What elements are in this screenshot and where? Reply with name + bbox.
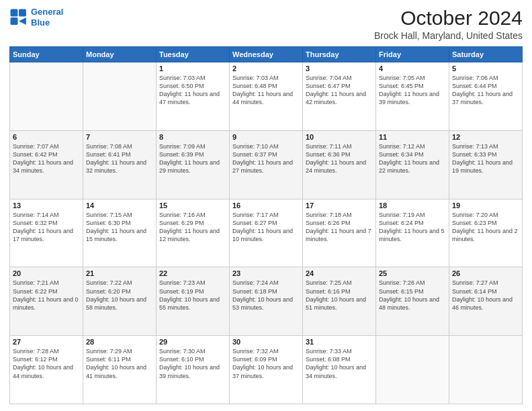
day-info: Sunrise: 7:24 AMSunset: 6:18 PMDaylight:… <box>232 279 300 312</box>
day-info: Sunrise: 7:18 AMSunset: 6:26 PMDaylight:… <box>306 211 373 244</box>
logo-text: General Blue <box>31 7 63 28</box>
calendar-cell: 11Sunrise: 7:12 AMSunset: 6:34 PMDayligh… <box>376 130 449 199</box>
day-info: Sunrise: 7:03 AMSunset: 6:48 PMDaylight:… <box>232 74 300 107</box>
calendar-cell: 29Sunrise: 7:30 AMSunset: 6:10 PMDayligh… <box>157 336 230 404</box>
day-info: Sunrise: 7:17 AMSunset: 6:27 PMDaylight:… <box>232 211 300 244</box>
day-number: 21 <box>86 269 153 277</box>
calendar-week-row: 27Sunrise: 7:28 AMSunset: 6:12 PMDayligh… <box>10 336 523 404</box>
header-cell-friday: Friday <box>376 47 449 62</box>
calendar-cell: 10Sunrise: 7:11 AMSunset: 6:36 PMDayligh… <box>303 130 376 199</box>
calendar-cell: 5Sunrise: 7:06 AMSunset: 6:44 PMDaylight… <box>449 62 523 131</box>
calendar-cell: 8Sunrise: 7:09 AMSunset: 6:39 PMDaylight… <box>157 130 230 199</box>
day-info: Sunrise: 7:13 AMSunset: 6:33 PMDaylight:… <box>452 142 519 175</box>
day-info: Sunrise: 7:28 AMSunset: 6:12 PMDaylight:… <box>13 347 80 380</box>
svg-rect-2 <box>11 17 18 25</box>
day-number: 25 <box>379 269 446 277</box>
calendar-cell: 13Sunrise: 7:14 AMSunset: 6:32 PMDayligh… <box>10 199 83 267</box>
calendar-cell: 24Sunrise: 7:25 AMSunset: 6:16 PMDayligh… <box>303 267 376 336</box>
calendar-page: General Blue October 2024 Brock Hall, Ma… <box>0 0 532 411</box>
logo: General Blue <box>9 7 63 28</box>
calendar-week-row: 13Sunrise: 7:14 AMSunset: 6:32 PMDayligh… <box>10 199 523 267</box>
calendar-cell: 2Sunrise: 7:03 AMSunset: 6:48 PMDaylight… <box>230 62 303 131</box>
day-number: 19 <box>452 201 519 210</box>
calendar-cell <box>449 336 523 404</box>
header-cell-saturday: Saturday <box>449 47 523 62</box>
calendar-cell: 28Sunrise: 7:29 AMSunset: 6:11 PMDayligh… <box>83 336 157 404</box>
calendar-table: SundayMondayTuesdayWednesdayThursdayFrid… <box>9 46 523 404</box>
day-number: 10 <box>306 133 373 141</box>
calendar-cell: 7Sunrise: 7:08 AMSunset: 6:41 PMDaylight… <box>83 130 157 199</box>
svg-rect-1 <box>19 9 26 16</box>
day-info: Sunrise: 7:32 AMSunset: 6:09 PMDaylight:… <box>232 347 300 380</box>
day-number: 31 <box>306 338 373 346</box>
day-info: Sunrise: 7:27 AMSunset: 6:14 PMDaylight:… <box>452 279 519 312</box>
logo-icon <box>9 8 28 27</box>
calendar-cell: 9Sunrise: 7:10 AMSunset: 6:37 PMDaylight… <box>230 130 303 199</box>
day-info: Sunrise: 7:05 AMSunset: 6:45 PMDaylight:… <box>379 74 446 107</box>
day-info: Sunrise: 7:07 AMSunset: 6:42 PMDaylight:… <box>13 142 80 175</box>
day-info: Sunrise: 7:19 AMSunset: 6:24 PMDaylight:… <box>379 211 446 244</box>
calendar-cell: 3Sunrise: 7:04 AMSunset: 6:47 PMDaylight… <box>303 62 376 131</box>
day-number: 1 <box>159 64 226 73</box>
day-info: Sunrise: 7:30 AMSunset: 6:10 PMDaylight:… <box>159 347 226 380</box>
day-number: 16 <box>232 201 300 210</box>
day-number: 6 <box>13 133 80 141</box>
day-number: 9 <box>232 133 300 141</box>
day-number: 28 <box>86 338 153 346</box>
day-info: Sunrise: 7:14 AMSunset: 6:32 PMDaylight:… <box>13 211 80 244</box>
main-title: October 2024 <box>374 7 523 29</box>
day-number: 27 <box>13 338 80 346</box>
calendar-cell: 23Sunrise: 7:24 AMSunset: 6:18 PMDayligh… <box>230 267 303 336</box>
calendar-cell: 4Sunrise: 7:05 AMSunset: 6:45 PMDaylight… <box>376 62 449 131</box>
day-number: 2 <box>232 64 300 73</box>
calendar-cell: 16Sunrise: 7:17 AMSunset: 6:27 PMDayligh… <box>230 199 303 267</box>
day-info: Sunrise: 7:15 AMSunset: 6:30 PMDaylight:… <box>86 211 153 244</box>
svg-rect-0 <box>11 9 18 16</box>
day-info: Sunrise: 7:21 AMSunset: 6:22 PMDaylight:… <box>13 279 80 312</box>
calendar-week-row: 20Sunrise: 7:21 AMSunset: 6:22 PMDayligh… <box>10 267 523 336</box>
header-cell-monday: Monday <box>83 47 157 62</box>
calendar-header-row: SundayMondayTuesdayWednesdayThursdayFrid… <box>10 47 523 62</box>
day-info: Sunrise: 7:23 AMSunset: 6:19 PMDaylight:… <box>159 279 226 312</box>
calendar-cell: 21Sunrise: 7:22 AMSunset: 6:20 PMDayligh… <box>83 267 157 336</box>
day-info: Sunrise: 7:29 AMSunset: 6:11 PMDaylight:… <box>86 347 153 380</box>
day-info: Sunrise: 7:08 AMSunset: 6:41 PMDaylight:… <box>86 142 153 175</box>
calendar-cell: 19Sunrise: 7:20 AMSunset: 6:23 PMDayligh… <box>449 199 523 267</box>
svg-marker-3 <box>19 17 26 25</box>
header-cell-wednesday: Wednesday <box>230 47 303 62</box>
calendar-cell: 22Sunrise: 7:23 AMSunset: 6:19 PMDayligh… <box>157 267 230 336</box>
calendar-cell: 30Sunrise: 7:32 AMSunset: 6:09 PMDayligh… <box>230 336 303 404</box>
day-info: Sunrise: 7:03 AMSunset: 6:50 PMDaylight:… <box>159 74 226 107</box>
day-number: 7 <box>86 133 153 141</box>
day-number: 22 <box>159 269 226 277</box>
subtitle: Brock Hall, Maryland, United States <box>374 30 523 41</box>
calendar-cell: 6Sunrise: 7:07 AMSunset: 6:42 PMDaylight… <box>10 130 83 199</box>
calendar-cell: 14Sunrise: 7:15 AMSunset: 6:30 PMDayligh… <box>83 199 157 267</box>
calendar-cell <box>83 62 157 131</box>
calendar-cell: 12Sunrise: 7:13 AMSunset: 6:33 PMDayligh… <box>449 130 523 199</box>
calendar-cell: 27Sunrise: 7:28 AMSunset: 6:12 PMDayligh… <box>10 336 83 404</box>
title-block: October 2024 Brock Hall, Maryland, Unite… <box>374 7 523 41</box>
day-info: Sunrise: 7:20 AMSunset: 6:23 PMDaylight:… <box>452 211 519 244</box>
calendar-cell: 25Sunrise: 7:26 AMSunset: 6:15 PMDayligh… <box>376 267 449 336</box>
day-number: 18 <box>379 201 446 210</box>
day-info: Sunrise: 7:16 AMSunset: 6:29 PMDaylight:… <box>159 211 226 244</box>
calendar-cell: 26Sunrise: 7:27 AMSunset: 6:14 PMDayligh… <box>449 267 523 336</box>
day-number: 11 <box>379 133 446 141</box>
calendar-cell: 18Sunrise: 7:19 AMSunset: 6:24 PMDayligh… <box>376 199 449 267</box>
day-number: 17 <box>306 201 373 210</box>
calendar-cell <box>10 62 83 131</box>
header-cell-sunday: Sunday <box>10 47 83 62</box>
day-info: Sunrise: 7:04 AMSunset: 6:47 PMDaylight:… <box>306 74 373 107</box>
day-number: 3 <box>306 64 373 73</box>
day-number: 23 <box>232 269 300 277</box>
day-number: 26 <box>452 269 519 277</box>
day-number: 5 <box>452 64 519 73</box>
day-number: 29 <box>159 338 226 346</box>
calendar-cell: 20Sunrise: 7:21 AMSunset: 6:22 PMDayligh… <box>10 267 83 336</box>
day-info: Sunrise: 7:25 AMSunset: 6:16 PMDaylight:… <box>306 279 373 312</box>
day-info: Sunrise: 7:22 AMSunset: 6:20 PMDaylight:… <box>86 279 153 312</box>
day-info: Sunrise: 7:33 AMSunset: 6:08 PMDaylight:… <box>306 347 373 380</box>
calendar-week-row: 1Sunrise: 7:03 AMSunset: 6:50 PMDaylight… <box>10 62 523 131</box>
calendar-cell: 1Sunrise: 7:03 AMSunset: 6:50 PMDaylight… <box>157 62 230 131</box>
